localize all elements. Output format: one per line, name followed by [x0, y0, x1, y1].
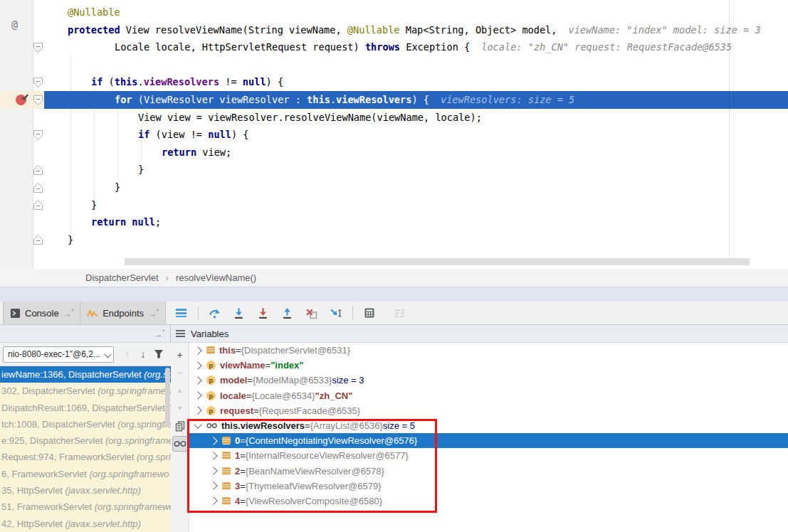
frame-row[interactable]: e:925, DispatcherServlet (org.springfram… — [0, 432, 171, 449]
watch-icon — [206, 420, 217, 431]
variable-row[interactable]: plocale = {Locale@6534} "zh_CN" — [189, 388, 788, 403]
code-line[interactable]: } — [44, 161, 788, 179]
code-line[interactable]: } — [44, 179, 788, 196]
code-line[interactable]: Locale locale, HttpServletRequest reques… — [44, 38, 788, 56]
drop-frame-button[interactable] — [303, 304, 320, 321]
frame-row[interactable]: DispatchResult:1069, DispatcherServlet (… — [0, 400, 171, 416]
trace-stream-button[interactable] — [392, 304, 409, 321]
code-line[interactable]: if (view != null) { — [44, 126, 788, 144]
code-line[interactable]: View view = viewResolver.resolveViewName… — [44, 109, 788, 127]
variables-menu-icon[interactable] — [176, 330, 185, 337]
move-frame-up-button[interactable]: ↑ — [120, 346, 135, 362]
jump-to-source-icon[interactable]: →▪ — [154, 328, 164, 339]
fold-marker-icon[interactable] — [33, 95, 43, 105]
expand-chevron-icon[interactable] — [209, 482, 217, 490]
value-icon — [222, 452, 231, 459]
fold-marker-icon[interactable] — [33, 78, 43, 87]
variable-row[interactable]: 2 = {BeanNameViewResolver@6578} — [189, 464, 788, 479]
editor-horizontal-scrollbar[interactable] — [125, 258, 750, 265]
parameter-icon: p — [206, 391, 216, 400]
remove-watch-button[interactable]: − — [172, 365, 188, 381]
step-into-button[interactable] — [231, 304, 248, 321]
code-line[interactable]: return null; — [44, 213, 788, 231]
code-editor[interactable]: @ @Nullableprotected View resolveViewNam… — [0, 0, 788, 270]
value-icon — [222, 482, 231, 490]
expand-chevron-icon[interactable] — [209, 437, 217, 445]
fold-marker-icon[interactable] — [33, 200, 43, 210]
code-line[interactable] — [44, 56, 788, 74]
frame-row[interactable]: 35, HttpServlet (javax.servlet.http) — [0, 482, 171, 499]
layout-menu-button[interactable] — [173, 304, 190, 321]
up-arrow-icon: ↑ — [125, 349, 130, 360]
tab-endpoints[interactable]: Endpoints →▪ — [80, 302, 165, 324]
filter-frames-button[interactable] — [151, 346, 167, 362]
code-line[interactable]: } — [44, 231, 788, 249]
code-line[interactable]: } — [44, 196, 788, 214]
move-frame-down-button[interactable]: ↓ — [135, 346, 151, 362]
breakpoint-icon[interactable] — [15, 92, 28, 106]
frame-row[interactable]: 51, FrameworkServlet (org.springframewo — [0, 499, 171, 515]
thread-selector[interactable]: nio-8080-exec-1"@6,2... — [3, 346, 114, 363]
move-watch-down-button[interactable]: ▼ — [172, 400, 188, 416]
breadcrumb-item-method[interactable]: resolveViewName() — [176, 272, 256, 283]
expand-chevron-icon[interactable] — [194, 346, 201, 354]
frame-row[interactable]: iewName:1366, DispatcherServlet (org.sp — [0, 366, 171, 383]
variable-row[interactable]: 0 = {ContentNegotiatingViewResolver@6576… — [189, 433, 788, 448]
step-over-icon — [209, 307, 221, 319]
code-line[interactable]: return view; — [44, 144, 788, 161]
frames-panel-header: →▪ — [0, 325, 171, 342]
evaluate-expression-button[interactable] — [361, 304, 378, 321]
frame-row[interactable]: tch:1008, DispatcherServlet (org.springf… — [0, 416, 171, 432]
variable-row[interactable]: 4 = {ViewResolverComposite@6580} — [189, 494, 788, 509]
down-arrow-icon: ↓ — [141, 349, 146, 360]
fold-marker-icon[interactable] — [33, 43, 43, 53]
expand-chevron-icon[interactable] — [209, 452, 217, 459]
run-to-cursor-icon — [330, 307, 342, 319]
step-over-button[interactable] — [206, 304, 224, 321]
move-watch-up-button[interactable]: ▲ — [172, 383, 188, 398]
frames-scrollbar[interactable] — [165, 368, 170, 427]
add-watch-button[interactable]: + — [172, 347, 188, 363]
expand-chevron-icon[interactable] — [194, 407, 201, 415]
frame-row[interactable]: 42, HttpServlet (javax.servlet.http) — [0, 516, 171, 532]
variable-row[interactable]: prequest = {RequestFacade@6535} — [189, 403, 788, 418]
fold-marker-icon[interactable] — [33, 130, 43, 140]
fold-marker-icon[interactable] — [33, 165, 43, 175]
value-icon — [222, 467, 231, 475]
code-area[interactable]: @Nullableprotected View resolveViewName(… — [44, 0, 788, 248]
glasses-icon — [174, 440, 187, 447]
expand-chevron-icon[interactable] — [194, 361, 201, 369]
execution-line[interactable]: for (ViewResolver viewResolver : this.vi… — [44, 91, 788, 109]
debug-toolbar: Console →▪ Endpoints →▪ — [0, 302, 788, 325]
variable-row[interactable]: this = {DispatcherServlet@6531} — [189, 343, 788, 358]
tab-console[interactable]: Console →▪ — [3, 302, 80, 324]
parameter-icon: p — [206, 376, 216, 385]
show-watches-button[interactable] — [172, 436, 188, 452]
step-out-button[interactable] — [279, 304, 296, 321]
variable-row[interactable]: pmodel = {ModelMap@6533} size = 3 — [189, 373, 788, 388]
variable-row[interactable]: 3 = {ThymeleafViewResolver@6579} — [189, 479, 788, 494]
breadcrumb-item-class[interactable]: DispatcherServlet — [85, 272, 159, 283]
run-to-cursor-button[interactable] — [327, 304, 345, 321]
variable-row[interactable]: 1 = {InternalResourceViewResolver@6577} — [189, 448, 788, 463]
force-step-into-button[interactable] — [255, 304, 272, 321]
breadcrumb-separator: › — [166, 272, 169, 283]
breadcrumb: DispatcherServlet › resolveViewName() — [0, 269, 788, 287]
console-icon — [10, 308, 21, 319]
frame-row[interactable]: Request:974, FrameworkServlet (org.sprin… — [0, 449, 171, 465]
expand-chevron-icon[interactable] — [209, 467, 217, 474]
variable-row[interactable]: this.viewResolvers = {ArrayList@6536} si… — [189, 418, 788, 433]
code-line[interactable]: if (this.viewResolvers != null) { — [44, 73, 788, 91]
duplicate-watch-button[interactable] — [172, 418, 188, 434]
expand-chevron-icon[interactable] — [194, 391, 201, 399]
frame-row[interactable]: 6, FrameworkServlet (org.springframewo — [0, 466, 171, 482]
variable-row[interactable]: pviewName = "index" — [189, 358, 788, 373]
fold-marker-icon[interactable] — [33, 183, 43, 193]
expand-chevron-icon[interactable] — [194, 376, 201, 384]
expand-chevron-icon[interactable] — [209, 497, 217, 505]
code-line[interactable]: @Nullable — [44, 4, 788, 21]
fold-marker-icon[interactable] — [33, 235, 43, 245]
frame-row[interactable]: 302, DispatcherServlet (org.springframew — [0, 383, 171, 399]
expand-chevron-icon[interactable] — [194, 420, 201, 428]
code-line[interactable]: protected View resolveViewName(String vi… — [44, 21, 788, 39]
